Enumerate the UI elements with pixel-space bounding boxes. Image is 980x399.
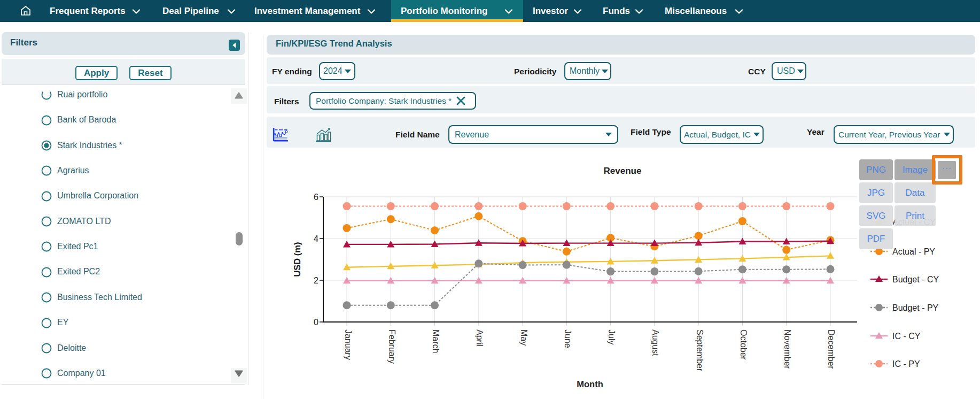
svg-text:July: July: [607, 329, 616, 344]
svg-text:IC - CY: IC - CY: [892, 332, 921, 341]
svg-text:June: June: [563, 329, 572, 348]
svg-text:6: 6: [314, 193, 318, 202]
svg-text:August: August: [651, 329, 660, 356]
svg-text:March: March: [431, 329, 440, 353]
svg-text:September: September: [695, 329, 704, 372]
svg-text:February: February: [387, 329, 396, 364]
svg-text:Actual - PY: Actual - PY: [892, 247, 935, 256]
svg-text:Month: Month: [577, 379, 603, 389]
svg-text:October: October: [739, 329, 748, 360]
svg-text:May: May: [519, 329, 528, 346]
svg-text:4: 4: [314, 234, 318, 243]
svg-text:January: January: [344, 329, 353, 360]
svg-text:IC - PY: IC - PY: [892, 359, 920, 369]
svg-text:Revenue: Revenue: [604, 166, 642, 176]
svg-text:2: 2: [314, 276, 318, 285]
svg-text:December: December: [827, 329, 836, 369]
svg-text:April: April: [475, 329, 484, 347]
svg-text:Budget - CY: Budget - CY: [892, 275, 939, 284]
svg-text:USD (m): USD (m): [292, 242, 302, 277]
svg-text:0: 0: [314, 318, 318, 327]
svg-text:Budget - PY: Budget - PY: [892, 303, 939, 312]
svg-text:November: November: [783, 329, 792, 369]
